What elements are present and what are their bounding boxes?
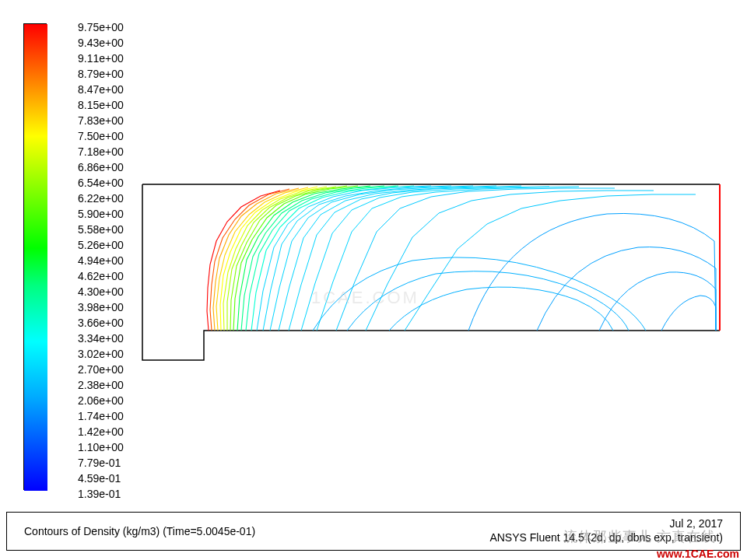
- watermark-url: www.1CAE.com: [657, 548, 739, 560]
- watermark-cn: 流体那些事儿 方真在线: [563, 527, 716, 546]
- contour-plot: [0, 0, 747, 506]
- center-watermark: 1CAE.COM: [311, 288, 419, 308]
- main-area: 9.75e+009.43e+009.11e+008.79e+008.47e+00…: [0, 0, 747, 560]
- plot-title: Contours of Density (kg/m3) (Time=5.0045…: [24, 525, 255, 537]
